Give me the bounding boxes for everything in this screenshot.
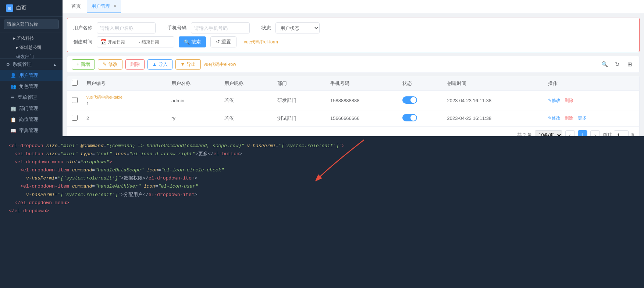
sidebar-item-menus[interactable]: ☰ 菜单管理 [0,92,63,103]
date-range-picker[interactable]: 📅 - [97,36,174,47]
cell-dept: 测试部门 [273,110,326,127]
th-user-id: 用户编号 [82,76,167,91]
cell-username: ry [167,110,220,127]
sidebar-item-label: 岗位管理 [19,116,38,123]
search-toggle-button[interactable]: 🔍 [599,59,610,70]
action-more-2[interactable]: 更多 [578,115,587,121]
status-toggle-2[interactable] [402,114,417,121]
tab-user-label: 用户管理 [91,3,110,10]
th-checkbox [67,76,82,91]
sidebar-item-posts[interactable]: 📋 岗位管理 [0,114,63,125]
delete-button[interactable]: 删除 [125,59,145,70]
pagination: 共 2 条 10条/页 20条/页 50条/页 ‹ 1 › 前往 页 [67,126,639,136]
action-edit-1[interactable]: ✎修改 [548,98,561,103]
gear-icon: ⚙ [6,62,10,67]
section-system[interactable]: ⚙ 系统管理 ▲ [0,59,63,70]
menu-icon: ☰ [10,95,15,100]
post-icon: 📋 [10,117,16,122]
username-label: 用户名称 [73,25,92,31]
dept-icon: 🏢 [10,106,16,111]
cell-create-time: 2023-04-23 16:11:38 [443,91,544,110]
start-date-input[interactable] [108,39,137,45]
cell-user-id: vue代码中的el-table 1 [82,91,167,110]
goto-input[interactable] [614,130,629,136]
search-form: 用户名称 手机号码 状态 用户状态 正常 停用 创建时间 📅 [67,18,640,52]
page-size-select[interactable]: 10条/页 20条/页 50条/页 [535,130,562,136]
next-page-button[interactable]: › [590,130,600,136]
import-button[interactable]: ▲ 导入 [147,59,172,70]
status-toggle-1[interactable] [402,96,417,104]
code-line-6: <el-dropdown-item command="handleAuthUse… [9,182,635,191]
columns-button[interactable]: ⊞ [625,59,635,70]
user-icon: 👤 [10,73,16,78]
tree-sub-research[interactable]: 研发部门 [0,52,63,58]
th-actions: 操作 [544,76,639,91]
row2-checkbox[interactable] [72,115,78,121]
sidebar-item-label: 菜单管理 [18,94,37,101]
sidebar-item-users[interactable]: 👤 用户管理 [0,70,63,81]
sidebar-item-dict[interactable]: 📖 字典管理 [0,125,63,136]
code-line-7: v-hasPermi="['system:role:edit']">分配用户</… [9,191,635,199]
export-button[interactable]: ▼ 导出 [175,59,200,70]
page-1-button[interactable]: 1 [578,130,587,136]
tabs-bar: 首页 用户管理 ✕ [63,0,644,13]
search-button[interactable]: 🔍 搜索 [179,36,206,47]
code-line-1: <el-dropdown size="mini" @command="(comm… [9,142,635,150]
code-line-9: </el-dropdown> [9,207,635,215]
cell-nickname: 若依 [220,110,273,127]
dept-search-input[interactable] [4,19,59,29]
sidebar-item-label: 部门管理 [19,105,38,112]
phone-input[interactable] [191,22,250,33]
refresh-button[interactable]: ↻ [612,59,622,70]
sidebar-item-label: 角色管理 [19,83,38,90]
row1-checkbox[interactable] [72,97,78,103]
cell-user-id: 2 [82,110,167,127]
reset-button[interactable]: ↺ 重置 [210,36,236,47]
pagination-total: 共 2 条 [517,132,532,136]
tab-user-management[interactable]: 用户管理 ✕ [87,0,121,13]
code-line-8: </el-dropdown-menu> [9,199,635,207]
username-input[interactable] [97,22,156,33]
goto-label: 前往 [603,132,612,136]
code-section: <el-dropdown size="mini" @command="(comm… [0,136,644,288]
select-all-checkbox[interactable] [72,80,78,86]
sidebar: ⊞ 白页 ▸ 若依科技 ▸ 深圳总公司 研发部门 市场部门 测试部门 财务部门 … [0,0,63,136]
search-icon: 🔍 [184,39,190,45]
add-button[interactable]: + 新增 [72,59,95,70]
phone-label: 手机号码 [167,25,186,31]
tree-item-shenzhen[interactable]: ▸ 深圳总公司 [0,43,63,52]
th-create-time: 创建时间 [443,76,544,91]
page-suffix-label: 页 [630,132,635,136]
tree-item-ruoyi[interactable]: ▸ 若依科技 [0,32,63,43]
cell-status [398,91,442,110]
cell-checkbox [67,91,82,110]
action-delete-1[interactable]: 删除 [565,98,573,103]
vue-form-tip: vue代码中el-form [244,39,278,45]
search-btn-label: 搜索 [191,39,201,45]
calendar-icon: 📅 [100,39,106,45]
action-delete-2[interactable]: 删除 [565,115,573,121]
action-edit-2[interactable]: ✎修改 [548,115,561,121]
content-area: 用户名称 手机号码 状态 用户状态 正常 停用 创建时间 📅 [63,13,644,136]
logo-icon: ⊞ [6,4,13,12]
th-dept: 部门 [273,76,326,91]
sidebar-logo[interactable]: ⊞ 白页 [0,0,63,17]
sidebar-item-label: 字典管理 [19,127,38,134]
code-line-4: <el-dropdown-item command="handleDataSco… [9,166,635,174]
toolbar-vue-tip: vue代码中el-row [204,61,236,68]
sidebar-item-depts[interactable]: 🏢 部门管理 [0,103,63,114]
edit-button[interactable]: ✎ 修改 [98,59,122,70]
main-content: 首页 用户管理 ✕ 用户名称 手机号码 状态 用户状态 正常 [63,0,644,136]
tab-home-label: 首页 [71,3,81,10]
prev-page-button[interactable]: ‹ [565,130,575,136]
section-label: 系统管理 [13,61,32,68]
sidebar-item-roles[interactable]: 👥 角色管理 [0,81,63,92]
tab-home[interactable]: 首页 [67,0,85,13]
status-select[interactable]: 用户状态 正常 停用 [275,22,320,33]
tab-close-icon[interactable]: ✕ [113,4,117,8]
sidebar-logo-text: 白页 [16,5,26,11]
cell-actions: ✎修改 删除 更多 [544,110,639,127]
end-date-input[interactable] [142,39,171,45]
role-icon: 👥 [10,84,16,89]
cell-nickname: 若依 [220,91,273,110]
